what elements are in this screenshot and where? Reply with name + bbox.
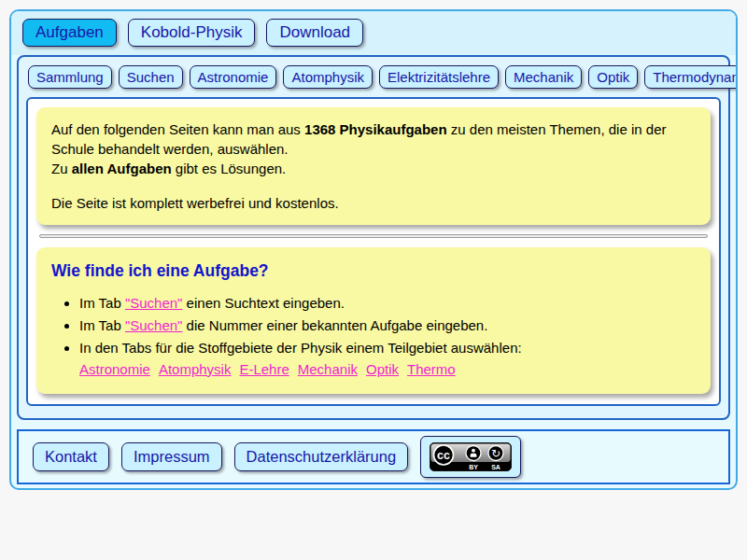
howto-item-3: In den Tabs für die Stoffgebiete der Phy… (79, 338, 696, 380)
link-thermo[interactable]: Thermo (407, 361, 456, 377)
tab-elektrizitaetslehre[interactable]: Elektrizitätslehre (379, 65, 499, 89)
link-atomphysik[interactable]: Atomphysik (159, 361, 232, 377)
howto-heading: Wie finde ich eine Aufgabe? (51, 261, 696, 281)
cc-by-sa-icon: cc ↻ BY SA (430, 442, 512, 471)
howto-item-2: Im Tab "Suchen" die Nummer einer bekannt… (79, 315, 696, 336)
aufgaben-count: 1368 Physikaufgaben (304, 121, 447, 137)
howto-item-3-text: In den Tabs für die Stoffgebiete der Phy… (79, 340, 522, 356)
howto-item-2-pre: Im Tab (79, 317, 125, 333)
link-astronomie[interactable]: Astronomie (79, 361, 150, 377)
cc-license-badge[interactable]: cc ↻ BY SA (420, 436, 521, 478)
link-optik[interactable]: Optik (366, 361, 399, 377)
intro-panel: Auf den folgenden Seiten kann man aus 13… (36, 107, 711, 225)
cc-glyph: cc (437, 449, 450, 462)
tab-download[interactable]: Download (266, 19, 363, 47)
intro-paragraph-1: Auf den folgenden Seiten kann man aus 13… (51, 119, 696, 159)
sa-arrow-icon: ↻ (491, 447, 500, 460)
impressum-button[interactable]: Impressum (121, 442, 222, 471)
tab-sammlung[interactable]: Sammlung (28, 65, 112, 89)
aufgaben-panel: Sammlung Suchen Astronomie Atomphysik El… (17, 55, 730, 420)
tab-thermodynamik[interactable]: Thermodynamik (644, 65, 738, 89)
tab-mechanik[interactable]: Mechanik (505, 65, 582, 89)
intro-p1-pre: Auf den folgenden Seiten kann man aus (51, 121, 304, 137)
tab-optik[interactable]: Optik (588, 65, 638, 89)
howto-item-1: Im Tab "Suchen" einen Suchtext eingeben. (79, 293, 696, 314)
tab-kobold-physik[interactable]: Kobold-Physik (128, 19, 256, 47)
page-container: Aufgaben Kobold-Physik Download Sammlung… (9, 9, 738, 490)
intro-p2-pre: Zu (51, 161, 72, 176)
panel-divider (39, 234, 708, 238)
intro-p2-post: gibt es Lösungen. (172, 161, 287, 176)
link-e-lehre[interactable]: E-Lehre (239, 361, 289, 377)
topic-link-row: AstronomieAtomphysikE-LehreMechanikOptik… (79, 359, 696, 380)
main-tabbar: Aufgaben Kobold-Physik Download (11, 11, 736, 55)
howto-item-1-pre: Im Tab (79, 295, 125, 311)
datenschutz-button[interactable]: Datenschutzerklärung (234, 442, 409, 471)
intro-paragraph-3: Die Seite ist komplett werbefrei und kos… (51, 193, 696, 213)
tab-astronomie[interactable]: Astronomie (190, 65, 277, 89)
howto-item-1-post: einen Suchtext eingeben. (182, 295, 344, 311)
by-person-head-icon (472, 449, 475, 453)
by-person-body-icon (471, 454, 477, 457)
link-mechanik[interactable]: Mechanik (298, 361, 358, 377)
howto-item-2-post: die Nummer einer bekannten Aufgabe einge… (182, 317, 487, 333)
sa-label: SA (491, 464, 500, 470)
suchen-link-1[interactable]: "Suchen" (125, 295, 183, 311)
tab-aufgaben[interactable]: Aufgaben (22, 19, 117, 47)
intro-p2-bold: allen Aufgaben (72, 161, 172, 176)
tab-atomphysik[interactable]: Atomphysik (283, 65, 373, 89)
kontakt-button[interactable]: Kontakt (33, 442, 109, 471)
by-circle-icon (466, 446, 481, 461)
tab-suchen[interactable]: Suchen (119, 65, 183, 89)
suchen-link-2[interactable]: "Suchen" (125, 317, 183, 333)
intro-paragraph-2: Zu allen Aufgaben gibt es Lösungen. (51, 159, 696, 178)
sammlung-panel: Auf den folgenden Seiten kann man aus 13… (26, 97, 721, 406)
footer-bar: Kontakt Impressum Datenschutzerklärung c… (17, 429, 730, 484)
topic-tabbar: Sammlung Suchen Astronomie Atomphysik El… (19, 57, 728, 97)
howto-panel: Wie finde ich eine Aufgabe? Im Tab "Such… (36, 247, 711, 394)
by-label: BY (469, 464, 478, 470)
howto-list: Im Tab "Suchen" einen Suchtext eingeben.… (51, 293, 696, 380)
